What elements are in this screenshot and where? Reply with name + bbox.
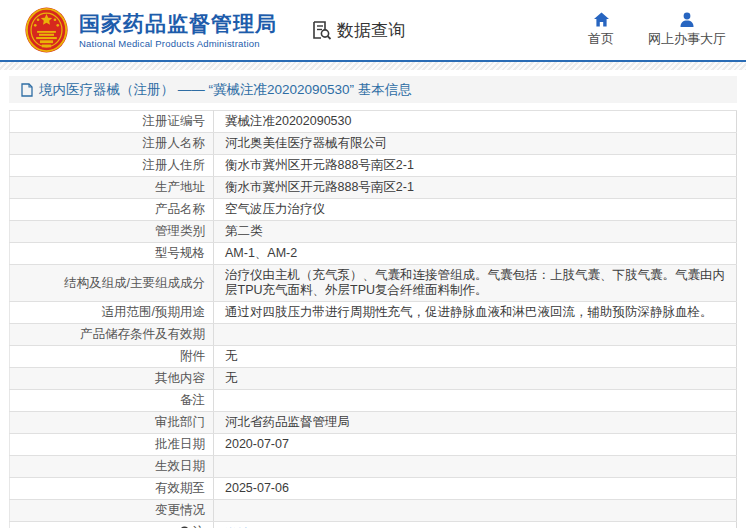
- table-row: 变更情况: [10, 500, 737, 522]
- table-row: 管理类别 第二类: [10, 221, 737, 243]
- national-emblem-logo: [24, 6, 69, 54]
- page-title-text: 境内医疗器械（注册） —— “冀械注准20202090530” 基本信息: [39, 81, 412, 99]
- row-label: 变更情况: [10, 500, 214, 522]
- header-nav: 首页 网上办事大厅: [554, 12, 726, 48]
- data-query-link[interactable]: 数据查询: [311, 19, 405, 42]
- header-shadow-band: [0, 62, 746, 70]
- row-value: 河北省药品监督管理局: [214, 412, 737, 434]
- row-value: 第二类: [214, 221, 737, 243]
- row-value: 冀械注准20202090530: [214, 111, 737, 133]
- table-row: 附件 无: [10, 346, 737, 368]
- agency-name-cn: 国家药品监督管理局: [79, 12, 277, 36]
- nav-home-label: 首页: [588, 30, 614, 48]
- table-row: 注册证编号 冀械注准20202090530: [10, 111, 737, 133]
- row-label: 备注: [10, 390, 214, 412]
- agency-name-en: National Medical Products Administration: [79, 38, 277, 49]
- row-label: 注册人名称: [10, 133, 214, 155]
- row-label: 产品名称: [10, 199, 214, 221]
- row-value: [214, 500, 737, 522]
- home-icon: [593, 12, 610, 27]
- table-row: 审批部门 河北省药品监督管理局: [10, 412, 737, 434]
- row-value: 衡水市冀州区开元路888号南区2-1: [214, 155, 737, 177]
- row-label: 产品储存条件及有效期: [10, 324, 214, 346]
- row-label: 生产地址: [10, 177, 214, 199]
- row-value: [214, 324, 737, 346]
- row-label: 适用范围/预期用途: [10, 302, 214, 324]
- page-title: 境内医疗器械（注册） —— “冀械注准20202090530” 基本信息: [9, 76, 737, 103]
- row-label: 附件: [10, 346, 214, 368]
- row-label: 有效期至: [10, 478, 214, 500]
- row-label: 管理类别: [10, 221, 214, 243]
- user-icon: [679, 12, 695, 27]
- row-value: [214, 456, 737, 478]
- row-value: 2020-07-07: [214, 434, 737, 456]
- table-row: 产品名称 空气波压力治疗仪: [10, 199, 737, 221]
- row-value: AM-1、AM-2: [214, 243, 737, 265]
- row-label: 注: [10, 522, 214, 528]
- row-label: 注册证编号: [10, 111, 214, 133]
- table-row: 生效日期: [10, 456, 737, 478]
- row-value: 无: [214, 346, 737, 368]
- table-row: 备注: [10, 390, 737, 412]
- row-value: 无: [214, 368, 737, 390]
- brand-text: 国家药品监督管理局 National Medical Products Admi…: [79, 12, 277, 49]
- table-row: 其他内容 无: [10, 368, 737, 390]
- row-value: 衡水市冀州区开元路888号南区2-1: [214, 177, 737, 199]
- nav-service-hall[interactable]: 网上办事大厅: [648, 12, 726, 48]
- row-label: 批准日期: [10, 434, 214, 456]
- table-row: 结构及组成/主要组成成分 治疗仪由主机（充气泵）、气囊和连接管组成。气囊包括：上…: [10, 265, 737, 302]
- row-value: 河北奥美佳医疗器械有限公司: [214, 133, 737, 155]
- row-value: 2025-07-06: [214, 478, 737, 500]
- table-row: 注册人名称 河北奥美佳医疗器械有限公司: [10, 133, 737, 155]
- document-icon: [21, 83, 33, 97]
- nav-home[interactable]: 首页: [588, 12, 614, 48]
- data-query-label: 数据查询: [337, 19, 405, 42]
- nav-service-hall-label: 网上办事大厅: [648, 30, 726, 48]
- row-label: 生效日期: [10, 456, 214, 478]
- row-label: 其他内容: [10, 368, 214, 390]
- table-row: 产品储存条件及有效期: [10, 324, 737, 346]
- row-label: 结构及组成/主要组成成分: [10, 265, 214, 302]
- header: 国家药品监督管理局 National Medical Products Admi…: [0, 0, 746, 62]
- row-label: 注册人住所: [10, 155, 214, 177]
- brand[interactable]: 国家药品监督管理局 National Medical Products Admi…: [24, 6, 277, 54]
- table-row: 适用范围/预期用途 通过对四肢压力带进行周期性充气，促进静脉血液和淋巴液回流，辅…: [10, 302, 737, 324]
- main-content: 境内医疗器械（注册） —— “冀械注准20202090530” 基本信息 注册证…: [0, 70, 746, 528]
- table-row: 型号规格 AM-1、AM-2: [10, 243, 737, 265]
- table-row: 有效期至 2025-07-06: [10, 478, 737, 500]
- row-value: 治疗仪由主机（充气泵）、气囊和连接管组成。气囊包括：上肢气囊、下肢气囊。气囊由内…: [214, 265, 737, 302]
- table-row: 注册人住所 衡水市冀州区开元路888号南区2-1: [10, 155, 737, 177]
- row-value: 通过对四肢压力带进行周期性充气，促进静脉血液和淋巴液回流，辅助预防深静脉血栓。: [214, 302, 737, 324]
- row-label: 型号规格: [10, 243, 214, 265]
- row-label: 审批部门: [10, 412, 214, 434]
- table-row-note: 注 详情: [10, 522, 737, 528]
- row-value: 空气波压力治疗仪: [214, 199, 737, 221]
- table-row: 批准日期 2020-07-07: [10, 434, 737, 456]
- row-value: [214, 390, 737, 412]
- registration-info-table: 注册证编号 冀械注准20202090530 注册人名称 河北奥美佳医疗器械有限公…: [9, 110, 737, 528]
- row-value: 详情: [214, 522, 737, 528]
- table-row: 生产地址 衡水市冀州区开元路888号南区2-1: [10, 177, 737, 199]
- document-search-icon: [311, 20, 332, 41]
